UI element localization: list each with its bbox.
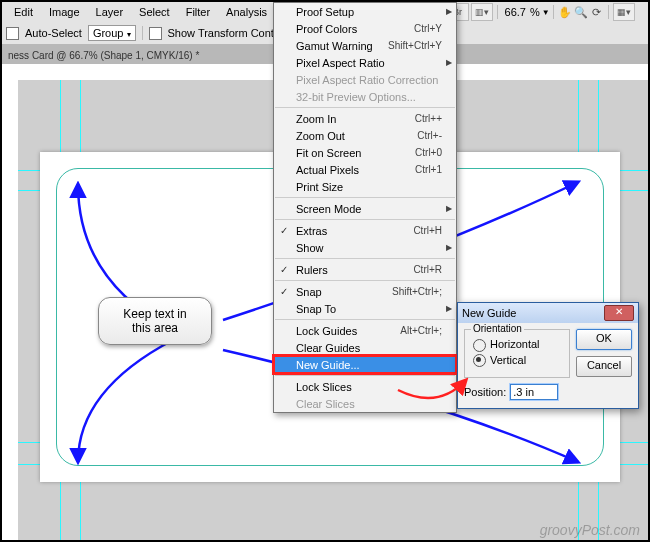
menu-edit[interactable]: Edit (6, 3, 41, 21)
hand-icon[interactable]: ✋ (557, 6, 573, 19)
menu-item[interactable]: Gamut WarningShift+Ctrl+Y (274, 37, 456, 54)
orientation-group: Orientation Horizontal Vertical (464, 329, 570, 378)
menu-item[interactable]: Zoom InCtrl++ (274, 110, 456, 127)
menu-item[interactable]: Print Size (274, 178, 456, 195)
menu-item[interactable]: Lock Slices (274, 378, 456, 395)
new-guide-dialog: New Guide ✕ Orientation Horizontal Verti… (457, 302, 639, 409)
ok-button[interactable]: OK (576, 329, 632, 350)
menu-analysis[interactable]: Analysis (218, 3, 275, 21)
document-tab[interactable]: ness Card @ 66.7% (Shape 1, CMYK/16) * (2, 47, 205, 64)
menu-item[interactable]: ✓SnapShift+Ctrl+; (274, 283, 456, 300)
position-input[interactable] (510, 384, 558, 400)
menu-item: Clear Slices (274, 395, 456, 412)
menu-item[interactable]: Pixel Aspect Ratio▶ (274, 54, 456, 71)
arrange-button[interactable]: ▦▾ (613, 3, 635, 21)
menu-filter[interactable]: Filter (178, 3, 218, 21)
ruler-vertical[interactable] (2, 80, 19, 540)
menu-layer[interactable]: Layer (88, 3, 132, 21)
menu-item[interactable]: ✓RulersCtrl+R (274, 261, 456, 278)
screen-mode-button[interactable]: ▥▾ (471, 3, 493, 21)
menu-item: 32-bit Preview Options... (274, 88, 456, 105)
menu-image[interactable]: Image (41, 3, 88, 21)
zoom-icon[interactable]: 🔍 (573, 6, 589, 19)
zoom-value[interactable]: 66.7 (501, 6, 530, 18)
auto-select-target[interactable]: Group ▾ (88, 25, 136, 41)
auto-select-label: Auto-Select (25, 27, 82, 39)
cancel-button[interactable]: Cancel (576, 356, 632, 377)
watermark: groovyPost.com (540, 522, 640, 538)
menu-item: Pixel Aspect Ratio Correction (274, 71, 456, 88)
menu-item[interactable]: Proof ColorsCtrl+Y (274, 20, 456, 37)
menu-item[interactable]: Fit on ScreenCtrl+0 (274, 144, 456, 161)
dialog-titlebar[interactable]: New Guide ✕ (458, 303, 638, 323)
show-transform-checkbox[interactable] (149, 27, 162, 40)
position-label: Position: (464, 386, 506, 398)
screenshot-root: Edit Image Layer Select Filter Analysis … (0, 0, 650, 542)
menu-item[interactable]: Zoom OutCtrl+- (274, 127, 456, 144)
dialog-title: New Guide (462, 307, 516, 319)
menu-item[interactable]: New Guide... (274, 356, 456, 373)
callout-keep-text: Keep text inthis area (98, 297, 212, 345)
orientation-legend: Orientation (471, 323, 524, 334)
rotate-icon[interactable]: ⟳ (589, 6, 605, 19)
close-icon[interactable]: ✕ (604, 305, 634, 321)
ruler-origin[interactable] (2, 64, 19, 81)
menu-item[interactable]: ✓ExtrasCtrl+H (274, 222, 456, 239)
view-dropdown: Proof Setup▶Proof ColorsCtrl+YGamut Warn… (273, 2, 457, 413)
radio-vertical[interactable]: Vertical (473, 354, 561, 368)
menu-item[interactable]: Proof Setup▶ (274, 3, 456, 20)
menu-item[interactable]: Clear Guides (274, 339, 456, 356)
menu-item[interactable]: Snap To▶ (274, 300, 456, 317)
radio-horizontal[interactable]: Horizontal (473, 338, 561, 352)
menu-item[interactable]: Actual PixelsCtrl+1 (274, 161, 456, 178)
menu-item[interactable]: Show▶ (274, 239, 456, 256)
menu-item[interactable]: Lock GuidesAlt+Ctrl+; (274, 322, 456, 339)
menu-select[interactable]: Select (131, 3, 178, 21)
auto-select-checkbox[interactable] (6, 27, 19, 40)
menu-item[interactable]: Screen Mode▶ (274, 200, 456, 217)
